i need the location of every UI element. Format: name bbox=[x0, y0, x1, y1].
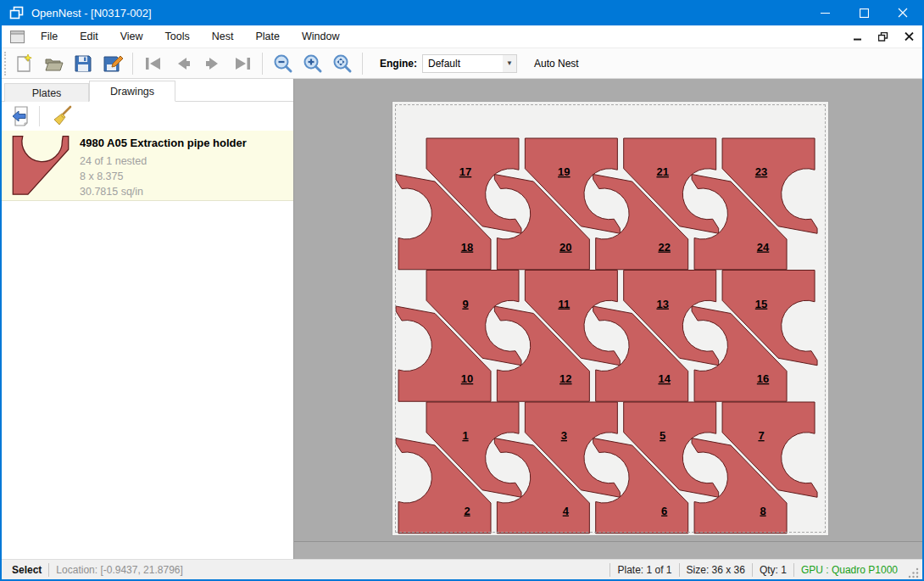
save-icon bbox=[73, 53, 93, 74]
app-icon bbox=[9, 6, 25, 20]
panel-tabs: Plates Drawings bbox=[2, 81, 293, 102]
save-as-button[interactable] bbox=[98, 51, 126, 76]
zoom-fit-icon bbox=[332, 53, 353, 74]
nest-canvas[interactable]: 171819202122232491011121314151612345678 bbox=[294, 79, 922, 559]
menu-file[interactable]: File bbox=[30, 27, 69, 46]
mdi-restore-button[interactable] bbox=[871, 28, 895, 45]
status-separator bbox=[752, 563, 753, 577]
page-arrow-left-icon bbox=[10, 105, 32, 127]
toolbar-separator bbox=[362, 53, 363, 75]
status-separator bbox=[679, 563, 680, 577]
open-file-button[interactable] bbox=[39, 51, 67, 76]
mdi-close-icon bbox=[905, 32, 914, 41]
next-plate-button[interactable] bbox=[198, 51, 226, 76]
status-separator bbox=[793, 563, 794, 577]
engine-select[interactable]: Default ▼ bbox=[422, 54, 517, 73]
menu-edit[interactable]: Edit bbox=[69, 27, 109, 46]
drawing-area: 30.7815 sq/in bbox=[80, 184, 247, 199]
status-plate: Plate: 1 of 1 bbox=[617, 564, 671, 576]
broom-icon bbox=[52, 105, 74, 127]
drawing-item-text: 4980 A05 Extraction pipe holder 24 of 1 … bbox=[80, 131, 247, 200]
zoom-fit-button[interactable] bbox=[328, 51, 356, 76]
menu-tools[interactable]: Tools bbox=[154, 27, 201, 46]
status-qty: Qty: 1 bbox=[760, 564, 787, 576]
status-size: Size: 36 x 36 bbox=[687, 564, 745, 576]
engine-value: Default bbox=[423, 58, 503, 70]
toolbar: Engine: Default ▼ Auto Nest bbox=[2, 47, 922, 79]
drawing-dimensions: 8 x 8.375 bbox=[80, 169, 247, 184]
drawing-title: 4980 A05 Extraction pipe holder bbox=[80, 137, 247, 149]
minimize-button[interactable] bbox=[805, 0, 844, 25]
previous-plate-button[interactable] bbox=[169, 51, 197, 76]
menu-view[interactable]: View bbox=[109, 27, 154, 46]
panel-toolbar-separator bbox=[39, 106, 40, 126]
window-title: OpenNest - [N0317-002] bbox=[31, 7, 805, 20]
mdi-minimize-button[interactable] bbox=[846, 28, 870, 45]
last-plate-button[interactable] bbox=[228, 51, 256, 76]
arrow-right-icon bbox=[203, 55, 223, 72]
tab-plates[interactable]: Plates bbox=[4, 83, 89, 102]
close-button[interactable] bbox=[883, 0, 922, 25]
chevron-down-icon: ▼ bbox=[503, 55, 516, 72]
mdi-restore-icon bbox=[878, 32, 888, 42]
import-drawing-button[interactable] bbox=[7, 104, 36, 128]
maximize-icon bbox=[860, 8, 869, 18]
main-area: Plates Drawings bbox=[2, 79, 922, 559]
canvas-scrollbar[interactable] bbox=[294, 541, 922, 559]
plate-boundary bbox=[395, 104, 826, 533]
zoom-in-button[interactable] bbox=[298, 51, 326, 76]
toolbar-separator bbox=[132, 53, 133, 75]
drawings-toolbar bbox=[2, 103, 293, 129]
mdi-minimize-icon bbox=[854, 33, 862, 41]
zoom-out-button[interactable] bbox=[269, 51, 297, 76]
title-bar: OpenNest - [N0317-002] bbox=[2, 0, 922, 25]
toolbar-separator bbox=[262, 53, 263, 75]
plate[interactable]: 171819202122232491011121314151612345678 bbox=[392, 101, 829, 536]
drawing-nested-count: 24 of 1 nested bbox=[80, 154, 247, 169]
save-button[interactable] bbox=[69, 51, 97, 76]
maximize-button[interactable] bbox=[844, 0, 883, 25]
menu-bar: File Edit View Tools Nest Plate Window bbox=[2, 25, 922, 47]
open-folder-icon bbox=[43, 53, 64, 74]
engine-label: Engine: bbox=[380, 58, 417, 70]
clear-drawings-button[interactable] bbox=[48, 104, 77, 128]
go-first-icon bbox=[143, 55, 164, 72]
status-separator bbox=[48, 563, 49, 577]
new-file-button[interactable] bbox=[9, 51, 37, 76]
status-gpu: GPU : Quadro P1000 bbox=[801, 564, 898, 576]
auto-nest-button[interactable]: Auto Nest bbox=[529, 54, 584, 73]
close-icon bbox=[898, 8, 908, 18]
tab-drawings[interactable]: Drawings bbox=[89, 81, 175, 102]
left-panel: Plates Drawings bbox=[2, 79, 294, 559]
status-separator bbox=[610, 563, 610, 577]
status-location: Location: [-0.9437, 21.8796] bbox=[56, 564, 182, 576]
zoom-in-icon bbox=[303, 53, 323, 74]
menu-nest[interactable]: Nest bbox=[201, 27, 245, 46]
mdi-close-button[interactable] bbox=[897, 28, 921, 45]
zoom-out-icon bbox=[273, 53, 293, 74]
save-edit-icon bbox=[103, 53, 123, 74]
status-mode: Select bbox=[12, 564, 42, 576]
part-thumbnail bbox=[2, 131, 80, 200]
menu-window[interactable]: Window bbox=[291, 27, 350, 46]
status-bar: Select Location: [-0.9437, 21.8796] Plat… bbox=[2, 559, 922, 579]
mdi-child-icon[interactable] bbox=[10, 31, 25, 43]
go-last-icon bbox=[232, 55, 253, 72]
new-file-icon bbox=[14, 53, 34, 74]
arrow-left-icon bbox=[173, 55, 193, 72]
first-plate-button[interactable] bbox=[139, 51, 167, 76]
resize-grip[interactable] bbox=[906, 566, 920, 579]
app-window: OpenNest - [N0317-002] File Edit View To… bbox=[0, 0, 924, 581]
minimize-icon bbox=[821, 8, 830, 18]
menu-plate[interactable]: Plate bbox=[244, 27, 291, 46]
toolbar-grip[interactable] bbox=[4, 52, 8, 75]
drawing-list-item[interactable]: 4980 A05 Extraction pipe holder 24 of 1 … bbox=[2, 131, 293, 201]
part-shape-icon bbox=[10, 135, 71, 196]
